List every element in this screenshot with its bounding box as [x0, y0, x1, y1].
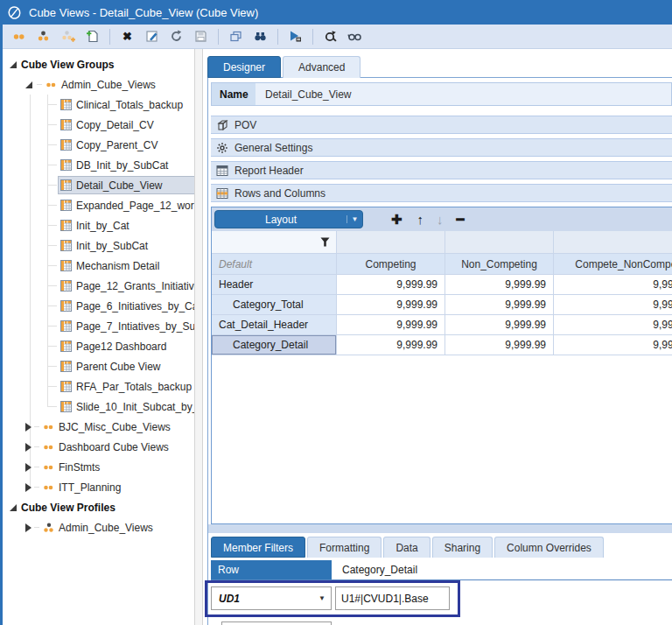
grid-column-header[interactable]: Non_Competing	[445, 254, 554, 275]
grid-row-label[interactable]: Header	[212, 275, 337, 295]
cube-views-dots-icon[interactable]	[11, 29, 26, 44]
tab-column-overrides[interactable]: Column Overrides	[494, 537, 604, 558]
tree-item-slide-10-init-subcat[interactable]: Slide_10_Init_Subcat_by_Me	[3, 397, 194, 417]
tree-item-parent-cube-view[interactable]: Parent Cube View	[3, 356, 194, 376]
grid-column-header[interactable]: Compete_NonCompet	[554, 254, 672, 275]
grid-header-row: Default Competing Non_Competing Compete_…	[212, 254, 672, 275]
save-icon[interactable]	[193, 29, 208, 44]
tree-item-clinical-totals-backup[interactable]: Clinical_Totals_backup	[3, 95, 194, 115]
section-general-settings[interactable]: General Settings	[211, 138, 672, 157]
grid-value-cell[interactable]: 9,999.99	[445, 335, 554, 355]
remove-row-icon[interactable]: ━	[457, 212, 465, 228]
section-pov[interactable]: POV	[211, 116, 672, 134]
section-rows-and-columns[interactable]: Rows and Columns	[211, 184, 672, 202]
tree-item-copy-detail-cv[interactable]: Copy_Detail_CV	[3, 115, 194, 135]
add-group-icon[interactable]	[60, 29, 75, 44]
glasses-icon[interactable]	[347, 29, 362, 44]
ud1-member-filter-input[interactable]: U1#|CVUD1|.Base	[335, 586, 450, 610]
tree-item-mechanism-detail[interactable]: Mechanism Detail	[3, 256, 194, 276]
expand-arrow-icon[interactable]	[25, 81, 32, 88]
collapse-arrow-icon[interactable]	[25, 523, 32, 532]
grid-value-cell[interactable]: 9,999.99	[445, 275, 554, 295]
collapse-arrow-icon[interactable]	[25, 443, 32, 452]
grid-value-cell[interactable]: 9,999.99	[554, 275, 672, 295]
section-report-header[interactable]: Report Header	[211, 161, 672, 179]
tab-sharing[interactable]: Sharing	[432, 537, 493, 558]
new-cube-view-icon[interactable]	[85, 29, 100, 44]
tree-item-detail-cube-view-selected[interactable]: Detail_Cube_View	[3, 175, 194, 195]
filter-cell[interactable]	[554, 231, 672, 254]
tree-item-page-7-intiatives-by-subcat[interactable]: Page_7_Intiatives_by_SubCa	[3, 316, 194, 336]
grid-value-cell[interactable]: 9,999.99	[337, 295, 445, 315]
grid-column-header[interactable]: Competing	[337, 254, 445, 275]
ud1-dimension-dropdown[interactable]: UD1 ▼	[211, 586, 332, 610]
group-dots-icon	[42, 421, 54, 433]
grid-value-cell[interactable]: 9,999.99	[445, 295, 554, 315]
cube-view-editor-panel: Designer Advanced Name Detail_Cube_View …	[203, 49, 672, 625]
tree-group-itt-planning[interactable]: ITT_Planning	[3, 477, 194, 497]
tree-group-label: ITT_Planning	[59, 481, 121, 494]
tab-data[interactable]: Data	[383, 537, 430, 558]
cube-view-grid-icon	[60, 179, 72, 191]
tree-group-finstmts[interactable]: FinStmts	[3, 457, 194, 477]
grid-value-cell[interactable]: 9,999.99	[554, 335, 672, 355]
delete-icon[interactable]: ✖	[120, 29, 135, 44]
grid-value-cell[interactable]: 9,999.99	[337, 335, 445, 355]
move-down-icon[interactable]: ↓	[437, 212, 444, 227]
tree-item-copy-parent-cv[interactable]: Copy_Parent_CV	[3, 135, 194, 155]
grid-value-cell[interactable]: 9,999.99	[445, 315, 554, 335]
tree-group-label: Admin_Cube_Views	[61, 79, 156, 91]
tree-item-page-6-initiatives-by-category[interactable]: Page_6_Initiatives_by_Categ	[3, 296, 194, 316]
tree-root-cube-view-profiles[interactable]: Cube View Profiles	[3, 497, 194, 517]
add-row-icon[interactable]: ✚	[391, 212, 402, 228]
collapse-arrow-icon[interactable]	[25, 483, 32, 492]
tree-root-cube-view-groups[interactable]: Cube View Groups	[3, 54, 194, 74]
assign-arrow-icon[interactable]	[288, 29, 303, 44]
filter-cell[interactable]	[337, 231, 445, 254]
tree-item-label: Page_7_Intiatives_by_SubCa	[76, 320, 194, 333]
cube-view-grid-icon	[60, 300, 72, 312]
tab-member-filters[interactable]: Member Filters	[211, 537, 305, 558]
layout-dropdown-button[interactable]: Layout ▼	[214, 210, 363, 228]
tree-item-init-by-cat[interactable]: Init_by_Cat	[3, 215, 194, 235]
filter-cell[interactable]	[445, 231, 554, 254]
binoculars-icon[interactable]	[253, 29, 268, 44]
grid-value-cell[interactable]: 9,999.99	[554, 295, 672, 315]
tree-item-page-12-grants-initiatives[interactable]: Page_12_Grants_Initiatives_	[3, 276, 194, 296]
filter-cell[interactable]	[212, 231, 337, 254]
grid-row-label[interactable]: Cat_Detail_Header	[212, 315, 337, 335]
tab-advanced[interactable]: Advanced	[283, 56, 360, 78]
collapse-arrow-icon[interactable]	[25, 423, 32, 432]
cascade-windows-icon[interactable]	[228, 29, 243, 44]
tree-item-db-init-by-subcat[interactable]: DB_Init_by_SubCat	[3, 155, 194, 175]
tab-formatting[interactable]: Formatting	[307, 537, 382, 558]
tree-item-expanded-page-12-working[interactable]: Expanded_Page_12_workin	[3, 195, 194, 215]
refresh-icon[interactable]	[169, 29, 184, 44]
tree-group-dashboard-cube-views[interactable]: Dashboard Cube Views	[3, 437, 194, 457]
expand-arrow-icon[interactable]	[10, 504, 17, 511]
expand-arrow-icon[interactable]	[10, 61, 17, 68]
grid-value-cell[interactable]: 9,999.99	[337, 275, 445, 295]
grid-value-cell[interactable]: 9,999.99	[554, 315, 672, 335]
name-input[interactable]: Detail_Cube_View	[256, 83, 671, 105]
group-dots-icon[interactable]	[36, 29, 51, 44]
grid-value-cell[interactable]: 9,999.99	[337, 315, 445, 335]
tree-profile-admin-cube-views[interactable]: Admin_Cube_Views	[3, 517, 194, 537]
tree-item-rfa-par-totals-backup[interactable]: RFA_Par_Totals_backup	[3, 376, 194, 397]
tree-item-label: Page_12_Grants_Initiatives_	[76, 280, 194, 292]
find-replace-icon[interactable]	[323, 29, 338, 44]
grid-row-label[interactable]: Category_Total	[212, 295, 337, 315]
grid-row-label-selected[interactable]: Category_Detail	[212, 335, 337, 355]
tree-group-admin-cube-views[interactable]: Admin_Cube_Views	[3, 74, 194, 95]
move-up-icon[interactable]: ↑	[417, 212, 424, 227]
tree-item-init-by-subcat[interactable]: Init_by_SubCat	[3, 235, 194, 256]
group-dots-icon	[42, 461, 54, 474]
not-used-dimension-dropdown[interactable]: (Not Used) ▼	[221, 621, 332, 625]
panel-splitter[interactable]	[194, 49, 203, 625]
tab-designer[interactable]: Designer	[207, 56, 281, 78]
horizontal-splitter[interactable]	[208, 524, 672, 533]
edit-icon[interactable]	[144, 29, 159, 44]
tree-group-bjc-misc-cube-views[interactable]: BJC_Misc_Cube_Views	[3, 417, 194, 437]
tree-item-page12-dashboard[interactable]: Page12 Dashboard	[3, 336, 194, 356]
collapse-arrow-icon[interactable]	[25, 463, 32, 472]
